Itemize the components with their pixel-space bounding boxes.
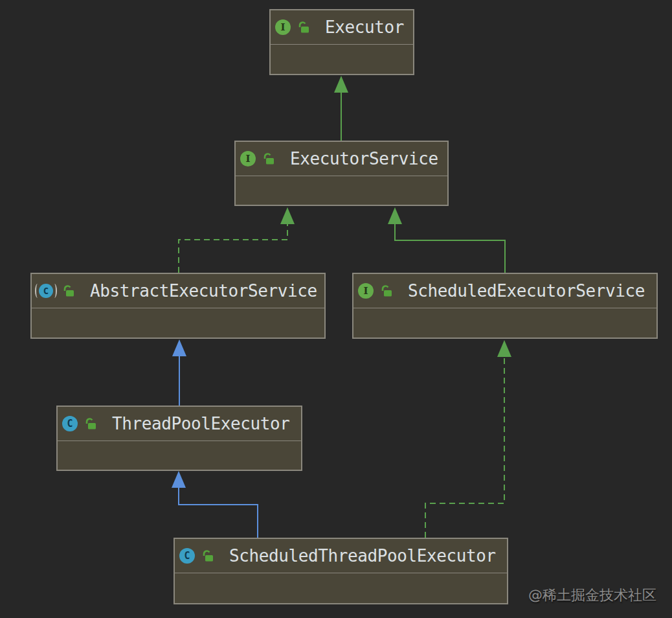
abstract-class-icon: C [36, 283, 56, 299]
class-node-executorservice[interactable]: I ExecutorService [234, 141, 449, 206]
abstract-paren-right [52, 284, 57, 298]
unlocked-icon [262, 152, 276, 166]
unlocked-icon [380, 284, 394, 298]
class-node-abstractexecutorservice[interactable]: C AbstractExecutorService [30, 273, 326, 339]
class-node-scheduledexecutorservice[interactable]: I ScheduledExecutorService [352, 273, 658, 339]
class-node-scheduledthreadpoolexecutor[interactable]: C ScheduledThreadPoolExecutor [174, 538, 508, 604]
uml-diagram-canvas: I Executor I ExecutorService C [0, 0, 672, 618]
edge-executorservice-extends-executor[interactable] [334, 76, 348, 141]
edge-threadpoolexecutor-extends-abstractexecutorservice[interactable] [172, 339, 186, 406]
node-body [32, 308, 324, 338]
node-title: Executor [325, 17, 404, 37]
unlocked-icon [84, 417, 98, 431]
edge-scheduledthreadpoolexecutor-implements-scheduledexecutorservice[interactable] [425, 340, 511, 538]
node-body [236, 176, 447, 205]
node-header: C ScheduledThreadPoolExecutor [175, 539, 507, 573]
node-title: ThreadPoolExecutor [112, 414, 290, 433]
node-body [58, 441, 301, 470]
class-icon: C [179, 548, 195, 564]
edge-scheduledthreadpoolexecutor-extends-threadpoolexecutor[interactable] [172, 471, 258, 538]
unlocked-icon [201, 549, 215, 563]
watermark: @稀土掘金技术社区 [528, 586, 656, 605]
unlocked-icon [297, 20, 311, 34]
node-header: C ThreadPoolExecutor [58, 407, 301, 441]
node-body [271, 45, 413, 74]
class-icon: C [62, 416, 78, 431]
node-header: I ExecutorService [236, 142, 447, 176]
unlocked-icon [62, 284, 76, 298]
node-title: ScheduledThreadPoolExecutor [229, 546, 496, 566]
abstract-paren-left [35, 284, 40, 298]
class-node-threadpoolexecutor[interactable]: C ThreadPoolExecutor [56, 406, 302, 471]
interface-icon: I [240, 151, 256, 166]
node-body [353, 308, 656, 338]
node-title: AbstractExecutorService [90, 281, 317, 301]
interface-icon: I [275, 19, 291, 35]
node-header: C AbstractExecutorService [32, 274, 324, 308]
interface-icon: I [358, 283, 374, 299]
class-node-executor[interactable]: I Executor [269, 9, 414, 75]
node-title: ScheduledExecutorService [408, 281, 645, 301]
node-body [175, 573, 507, 603]
node-title: ExecutorService [290, 149, 438, 168]
edge-scheduledexecutorservice-extends-executorservice[interactable] [388, 207, 505, 273]
node-header: I ScheduledExecutorService [353, 274, 656, 308]
node-header: I Executor [271, 10, 413, 45]
edge-abstractexecutorservice-implements-executorservice[interactable] [179, 207, 295, 273]
